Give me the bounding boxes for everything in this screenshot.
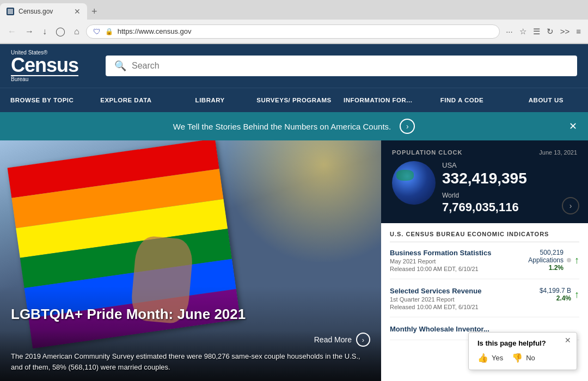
nav-item-about[interactable]: ABOUT US	[504, 88, 588, 112]
shield-icon: 🛡	[93, 27, 101, 36]
tab-title-text: Census.gov	[19, 8, 53, 15]
nav-item-browse[interactable]: BROWSE BY TOPIC	[0, 88, 84, 112]
tab-favicon	[7, 8, 14, 15]
search-bar[interactable]: 🔍	[106, 56, 577, 76]
extensions-button[interactable]: >>	[559, 25, 572, 38]
indicator-sub1-2: 1st Quarter 2021 Report	[390, 296, 540, 303]
nav-link-surveys[interactable]: SURVEYS/ PROGRAMS	[252, 88, 336, 112]
nav-item-information[interactable]: INFORMATION FOR...	[336, 88, 420, 112]
read-more-circle-icon: ›	[356, 333, 370, 347]
nav-link-findcode[interactable]: FIND A CODE	[420, 88, 504, 112]
nav-item-surveys[interactable]: SURVEYS/ PROGRAMS	[252, 88, 336, 112]
history-button[interactable]: ◯	[53, 24, 68, 39]
indicator-item-selected-services: Selected Services Revenue 1st Quarter 20…	[390, 287, 579, 317]
lock-icon: 🔒	[105, 28, 113, 35]
indicator-pct-1: 1.2%	[528, 264, 564, 272]
logo-text: United States® Census Bureau	[11, 50, 78, 82]
indicator-item-business-formation: Business Formation Statistics May 2021 R…	[390, 249, 579, 279]
announcement-banner: We Tell the Stories Behind the Numbers o…	[0, 112, 588, 140]
browser-chrome: Census.gov ✕ + ← → ↓ ◯ ⌂ 🛡 🔒 https://www…	[0, 0, 588, 44]
indicator-sub2-1: Released 10:00 AM EDT, 6/10/21	[390, 266, 528, 272]
helpful-yes-label: Yes	[492, 354, 503, 362]
pop-numbers: USA 332,419,395 World 7,769,035,116	[442, 161, 577, 214]
indicator-arrow-up-2: ↑	[574, 290, 579, 299]
bookmark-button[interactable]: ☆	[518, 25, 528, 38]
banner-next-button[interactable]: ›	[400, 119, 415, 134]
pop-usa-number: 332,419,395	[442, 170, 577, 187]
hero-read-more[interactable]: Read More ›	[11, 333, 370, 347]
download-button[interactable]: ↓	[40, 24, 49, 39]
thumbs-down-icon: 👎	[512, 353, 523, 363]
read-more-text: Read More	[314, 335, 352, 344]
home-button[interactable]: ⌂	[72, 24, 82, 39]
hero-title: LGBTQIA+ Pride Month: June 2021	[11, 306, 246, 323]
logo-census: Census	[11, 56, 78, 76]
browser-actions: ··· ☆ ☰ ↻ >> ≡	[504, 25, 583, 38]
indicator-name-1[interactable]: Business Formation Statistics	[390, 249, 528, 257]
hero-description: The 2019 American Community Survey estim…	[11, 351, 370, 372]
indicator-arrow-up-1: ↑	[574, 255, 579, 265]
tab-bar: Census.gov ✕ +	[0, 0, 588, 20]
logo-bureau: Bureau	[11, 76, 78, 82]
indicator-sub1-1: May 2021 Report	[390, 258, 528, 265]
pop-clock-body: USA 332,419,395 World 7,769,035,116	[392, 161, 577, 214]
pop-world-label: World	[442, 192, 577, 199]
indicator-name-2[interactable]: Selected Services Revenue	[390, 287, 540, 295]
svg-rect-0	[8, 9, 13, 14]
forward-button[interactable]: →	[23, 24, 36, 39]
menu-button[interactable]: ≡	[574, 25, 583, 38]
nav-link-explore[interactable]: EXPLORE DATA	[84, 88, 168, 112]
indicator-right-1: 500,219 Applications 1.2% ↑	[528, 249, 579, 272]
back-button[interactable]: ←	[5, 24, 19, 39]
indicator-left-1: Business Formation Statistics May 2021 R…	[390, 249, 528, 272]
banner-close-button[interactable]: ✕	[569, 120, 577, 132]
indicator-circle-1	[567, 258, 571, 262]
refresh-button[interactable]: ↻	[545, 25, 555, 38]
nav-link-information[interactable]: INFORMATION FOR...	[336, 88, 420, 112]
site-header: United States® Census Bureau 🔍	[0, 44, 588, 88]
indicator-right-2: $4,199.7 B 2.4% ↑	[540, 287, 579, 302]
nav-item-findcode[interactable]: FIND A CODE	[420, 88, 504, 112]
reader-button[interactable]: ☰	[531, 25, 542, 38]
indicator-pct-2: 2.4%	[540, 294, 571, 302]
more-button[interactable]: ···	[504, 25, 514, 38]
helpful-buttons: 👍 Yes 👎 No	[477, 353, 568, 363]
hero-overlay: LGBTQIA+ Pride Month: June 2021 Read Mor…	[0, 295, 381, 381]
tab-close-button[interactable]: ✕	[74, 7, 81, 16]
pop-clock-next-button[interactable]: ›	[562, 197, 579, 214]
indicator-value-2: $4,199.7 B	[540, 287, 571, 294]
indicator-left-2: Selected Services Revenue 1st Quarter 20…	[390, 287, 540, 310]
nav-list: BROWSE BY TOPIC EXPLORE DATA LIBRARY SUR…	[0, 88, 588, 112]
nav-link-about[interactable]: ABOUT US	[504, 88, 588, 112]
population-clock: POPULATION CLOCK June 13, 2021 USA 332,4…	[381, 140, 588, 223]
site-nav: BROWSE BY TOPIC EXPLORE DATA LIBRARY SUR…	[0, 88, 588, 112]
helpful-no-label: No	[526, 354, 535, 362]
indicator-sub2-2: Released 10:00 AM EDT, 6/10/21	[390, 304, 540, 310]
thumbs-up-icon: 👍	[477, 353, 488, 363]
pop-clock-date: June 13, 2021	[539, 149, 577, 156]
indicator-value-block-2: $4,199.7 B 2.4%	[540, 287, 571, 302]
search-input[interactable]	[132, 61, 568, 71]
hero-sunlight	[191, 140, 381, 262]
new-tab-button[interactable]: +	[87, 6, 102, 17]
nav-item-library[interactable]: LIBRARY	[168, 88, 252, 112]
nav-item-explore[interactable]: EXPLORE DATA	[84, 88, 168, 112]
active-tab[interactable]: Census.gov ✕	[0, 3, 87, 20]
pop-usa-label: USA	[442, 161, 577, 169]
helpful-question-text: Is this page helpful?	[477, 339, 568, 347]
search-icon: 🔍	[114, 60, 126, 72]
pop-world-number: 7,769,035,116	[442, 200, 577, 214]
helpful-no-button[interactable]: 👎 No	[512, 353, 535, 363]
logo-area[interactable]: United States® Census Bureau	[11, 50, 78, 82]
hero-section: LGBTQIA+ Pride Month: June 2021 Read Mor…	[0, 140, 381, 381]
url-text: https://www.census.gov	[118, 27, 493, 35]
banner-text: We Tell the Stories Behind the Numbers o…	[173, 122, 391, 131]
pop-clock-title: POPULATION CLOCK	[392, 149, 462, 156]
indicator-value-1: 500,219	[528, 249, 564, 256]
helpful-popup-close-button[interactable]: ✕	[565, 336, 571, 345]
address-bar[interactable]: 🛡 🔒 https://www.census.gov	[86, 24, 500, 39]
helpful-yes-button[interactable]: 👍 Yes	[477, 353, 503, 363]
nav-link-library[interactable]: LIBRARY	[168, 88, 252, 112]
indicator-value-block-1: 500,219 Applications 1.2%	[528, 249, 564, 272]
nav-link-browse[interactable]: BROWSE BY TOPIC	[0, 88, 84, 112]
